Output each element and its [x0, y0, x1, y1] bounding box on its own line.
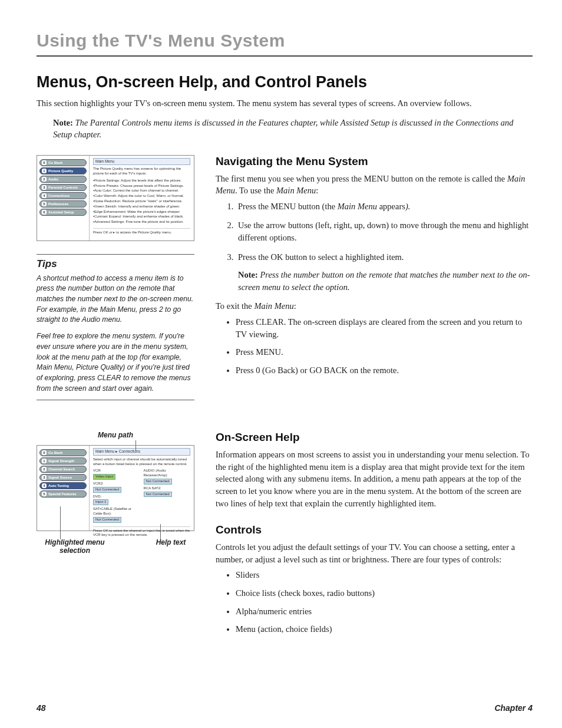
ss2-title: Main Menu ▸ Connections	[93, 448, 190, 455]
menu-item-special-features: 5Special Features	[39, 490, 87, 498]
section-title: Menus, On-screen Help, and Control Panel…	[37, 73, 533, 91]
ss-title: Main Menu	[93, 158, 190, 165]
ss-intro: The Picture Quality menu has screens for…	[93, 167, 190, 176]
menu-item-assisted-setup: 6Assisted Setup	[39, 209, 87, 216]
menu-item-preferences: 5Preferences	[39, 200, 87, 207]
list-item: Sliders	[236, 569, 533, 581]
nav-intro: The first menu you see when you press th…	[216, 173, 533, 197]
tips-heading: Tips	[37, 258, 194, 270]
chapter-title: Using the TV's Menu System	[37, 31, 533, 51]
menu-item-audio: 2Audio	[39, 176, 87, 183]
list-item: Alpha/numeric entries	[236, 605, 533, 618]
ss2-intro: Select which input or channel should be …	[93, 457, 190, 467]
ss-footer-hint: Press OK or ▸ to access the Picture Qual…	[93, 228, 190, 235]
intro-paragraph: This section highlights your TV's on-scr…	[37, 97, 533, 110]
menu-item-picture-quality: 1Picture Quality	[39, 167, 87, 174]
controls-heading: Controls	[216, 523, 533, 536]
controls-list: Sliders Choice lists (check boxes, radio…	[236, 569, 533, 635]
tips-divider-top	[37, 254, 194, 255]
exit-goback: Press 0 (Go Back) or GO BACK on the remo…	[236, 364, 533, 377]
note-parental: Note: The Parental Controls menu items i…	[53, 117, 533, 141]
tips-divider-bottom	[37, 400, 194, 400]
exit-intro: To exit the Main Menu:	[216, 300, 533, 312]
list-item: Menu (action, choice fields)	[236, 623, 533, 635]
menu-item-signal-source: 3Signal Source	[39, 474, 87, 481]
menu-item-go-back: 0Go Back	[39, 159, 87, 166]
ss-feature-list: •Picture Settings: Adjust the levels tha…	[93, 179, 190, 225]
menu-item-connections: 4Connections	[39, 192, 87, 199]
controls-body: Controls let you adjust the default sett…	[216, 541, 533, 565]
menu-item-signal-strength: 1Signal Strength	[39, 457, 87, 465]
highlighted-label: Highlighted menu selection	[37, 538, 113, 555]
menu-item-channel-search: 2Channel Search	[39, 466, 87, 473]
connections-diagram: Menu path 0Go Back 1Signal Strength 2Cha…	[37, 431, 194, 555]
exit-clear: Press CLEAR. The on-screen displays are …	[236, 316, 533, 340]
page-number: 48	[37, 703, 46, 713]
exit-menu: Press MENU.	[236, 346, 533, 358]
step-3: Press the OK button to select a highligh…	[236, 251, 533, 294]
page-footer: 48 Chapter 4	[37, 703, 533, 713]
main-menu-screenshot: 0Go Back 1Picture Quality 2Audio 3Parent…	[37, 155, 194, 241]
step-2: Use the arrow buttons (left, right, up, …	[236, 219, 533, 243]
help-body: Information appears on most screens to a…	[216, 449, 533, 509]
menu-path-label: Menu path	[37, 431, 194, 439]
nav-steps: Press the MENU button (the Main Menu app…	[236, 200, 533, 293]
help-heading: On-Screen Help	[216, 431, 533, 444]
divider	[37, 55, 533, 57]
note-label: Note:	[53, 118, 73, 127]
help-text-label: Help text	[147, 538, 194, 555]
menu-item-auto-tuning: 4Auto Tuning	[39, 482, 87, 489]
step-1: Press the MENU button (the Main Menu app…	[236, 200, 533, 213]
chapter-label: Chapter 4	[494, 703, 533, 713]
tips-p2: Feel free to explore the menu system. If…	[37, 331, 194, 394]
menu-item-go-back-2: 0Go Back	[39, 449, 87, 456]
ss2-footer-hint: Press OK to select the channel or input …	[93, 526, 190, 538]
tips-p1: A shortcut method to access a menu item …	[37, 274, 194, 325]
nav-heading: Navigating the Menu System	[216, 155, 533, 168]
menu-item-parental: 3Parental Controls	[39, 184, 87, 191]
exit-list: Press CLEAR. The on-screen displays are …	[236, 316, 533, 376]
list-item: Choice lists (check boxes, radio buttons…	[236, 587, 533, 599]
